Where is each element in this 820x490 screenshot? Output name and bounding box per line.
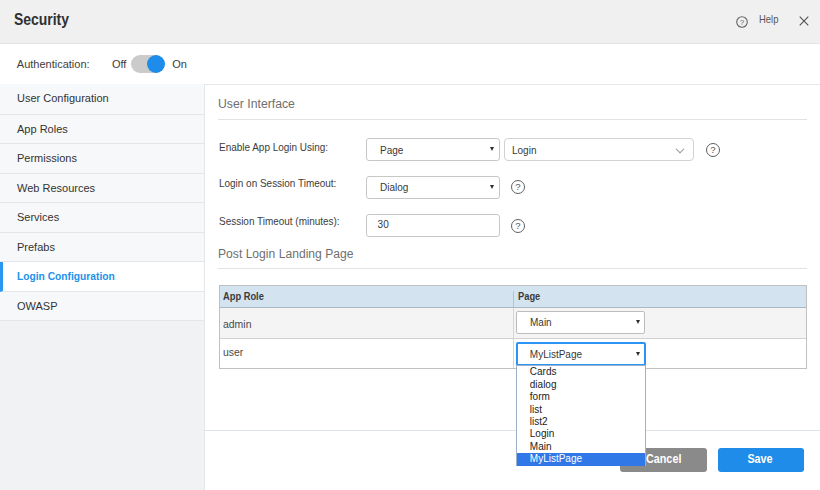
svg-text:?: ? xyxy=(740,18,745,27)
